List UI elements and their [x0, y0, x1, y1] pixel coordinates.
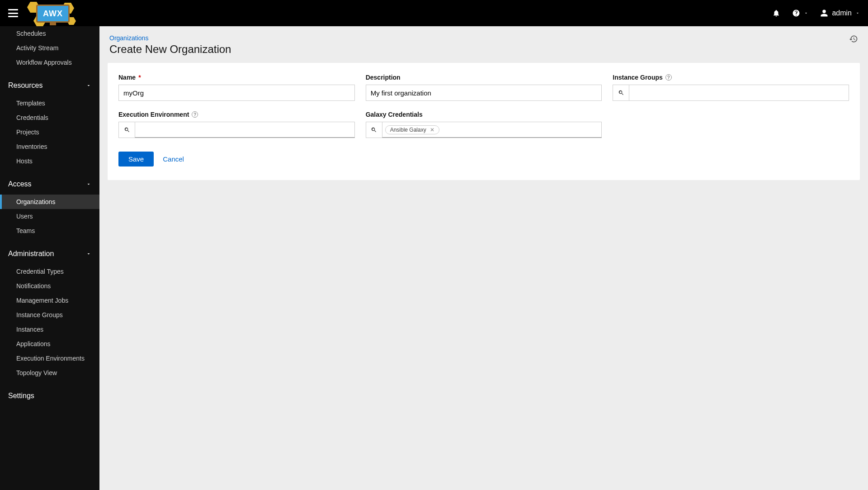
- sidebar: Schedules Activity Stream Workflow Appro…: [0, 26, 99, 490]
- main-content: Organizations Create New Organization Na…: [99, 26, 868, 490]
- username: admin: [832, 9, 852, 17]
- sidebar-item-templates[interactable]: Templates: [0, 96, 99, 110]
- sidebar-item-schedules[interactable]: Schedules: [0, 26, 99, 41]
- sidebar-item-workflow-approvals[interactable]: Workflow Approvals: [0, 55, 99, 70]
- galaxy-label: Galaxy Credentials: [366, 111, 423, 118]
- sidebar-item-notifications[interactable]: Notifications: [0, 279, 99, 293]
- caret-down-icon: [804, 11, 808, 15]
- sidebar-section-label: Settings: [8, 392, 34, 400]
- name-input[interactable]: [118, 85, 355, 101]
- sidebar-item-projects[interactable]: Projects: [0, 125, 99, 139]
- name-label: Name: [118, 74, 136, 81]
- sidebar-item-credential-types[interactable]: Credential Types: [0, 264, 99, 279]
- cancel-button[interactable]: Cancel: [163, 155, 184, 163]
- sidebar-section-label: Resources: [8, 81, 42, 90]
- exec-env-input[interactable]: [135, 122, 355, 138]
- field-name: Name*: [118, 74, 355, 101]
- sidebar-item-activity-stream[interactable]: Activity Stream: [0, 41, 99, 55]
- sidebar-item-users[interactable]: Users: [0, 209, 99, 224]
- sidebar-section-administration[interactable]: Administration: [0, 243, 99, 264]
- save-button[interactable]: Save: [118, 152, 154, 167]
- sidebar-section-settings[interactable]: Settings: [0, 385, 99, 406]
- chip-label: Ansible Galaxy: [390, 127, 426, 133]
- instance-groups-input[interactable]: [629, 85, 849, 101]
- galaxy-input[interactable]: Ansible Galaxy ✕: [382, 122, 602, 138]
- menu-toggle-icon[interactable]: [8, 9, 18, 17]
- help-icon[interactable]: ?: [665, 74, 672, 81]
- form-card: Name* Description Instance Groups?: [108, 63, 860, 180]
- exec-env-label: Execution Environment: [118, 111, 189, 118]
- notifications-icon[interactable]: [772, 9, 780, 17]
- help-icon[interactable]: ?: [192, 111, 198, 118]
- description-label: Description: [366, 74, 401, 81]
- breadcrumb[interactable]: Organizations: [109, 34, 231, 42]
- sidebar-item-instances[interactable]: Instances: [0, 322, 99, 337]
- exec-env-search-icon[interactable]: [118, 122, 135, 138]
- page-title: Create New Organization: [109, 43, 231, 56]
- instance-groups-search-icon[interactable]: [613, 85, 629, 101]
- chevron-down-icon: [86, 251, 91, 257]
- sidebar-item-hosts[interactable]: Hosts: [0, 154, 99, 168]
- required-indicator: *: [138, 74, 141, 81]
- sidebar-section-label: Administration: [8, 250, 54, 258]
- user-icon: [820, 9, 828, 17]
- sidebar-section-label: Access: [8, 180, 32, 188]
- user-menu[interactable]: admin: [820, 9, 860, 17]
- sidebar-item-credentials[interactable]: Credentials: [0, 110, 99, 125]
- instance-groups-label: Instance Groups: [613, 74, 662, 81]
- field-instance-groups: Instance Groups?: [613, 74, 849, 101]
- chip-remove-icon[interactable]: ✕: [430, 127, 434, 133]
- sidebar-item-teams[interactable]: Teams: [0, 224, 99, 238]
- topbar-right: admin: [772, 9, 860, 17]
- sidebar-item-inventories[interactable]: Inventories: [0, 139, 99, 154]
- sidebar-section-access[interactable]: Access: [0, 174, 99, 195]
- form-actions: Save Cancel: [118, 152, 849, 167]
- sidebar-item-organizations[interactable]: Organizations: [0, 195, 99, 209]
- galaxy-search-icon[interactable]: [366, 122, 382, 138]
- chevron-down-icon: [86, 83, 91, 88]
- top-bar: AWX admin: [0, 0, 868, 26]
- topbar-left: AWX: [8, 2, 77, 24]
- sidebar-item-instance-groups[interactable]: Instance Groups: [0, 308, 99, 322]
- sidebar-item-management-jobs[interactable]: Management Jobs: [0, 293, 99, 308]
- field-execution-environment: Execution Environment?: [118, 111, 355, 138]
- history-icon[interactable]: [849, 34, 858, 43]
- logo-text: AWX: [36, 5, 70, 23]
- page-header: Organizations Create New Organization: [109, 34, 858, 56]
- sidebar-section-resources[interactable]: Resources: [0, 75, 99, 96]
- help-icon[interactable]: [792, 9, 808, 17]
- app-logo[interactable]: AWX: [27, 2, 77, 24]
- sidebar-item-topology-view[interactable]: Topology View: [0, 366, 99, 380]
- chevron-down-icon: [86, 181, 91, 187]
- sidebar-item-execution-environments[interactable]: Execution Environments: [0, 351, 99, 366]
- galaxy-chip: Ansible Galaxy ✕: [385, 125, 439, 134]
- sidebar-item-applications[interactable]: Applications: [0, 337, 99, 351]
- description-input[interactable]: [366, 85, 602, 101]
- field-description: Description: [366, 74, 602, 101]
- field-galaxy-credentials: Galaxy Credentials Ansible Galaxy ✕: [366, 111, 602, 138]
- caret-down-icon: [855, 11, 860, 15]
